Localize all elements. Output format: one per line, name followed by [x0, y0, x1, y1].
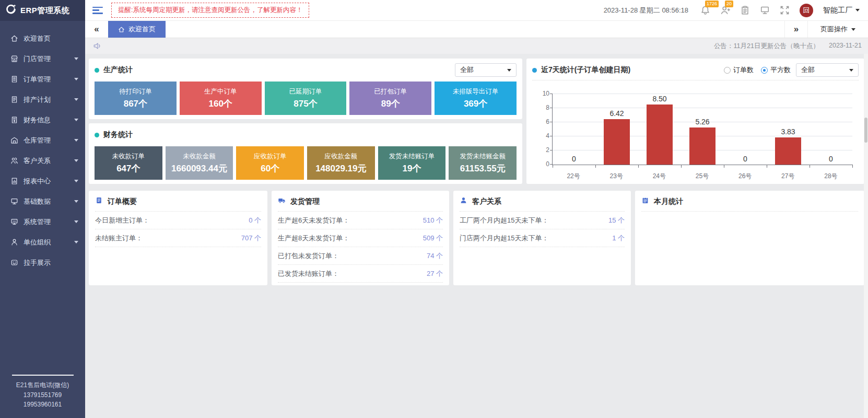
- tab-welcome-home[interactable]: 欢迎首页: [108, 21, 166, 38]
- stat-card-label: 应收款订单: [254, 152, 287, 161]
- production-card-4[interactable]: 未排版导出订单369个: [435, 82, 517, 115]
- sidebar-item-label: 排产计划: [24, 95, 51, 104]
- home-icon: [118, 26, 125, 33]
- sidebar-item-8[interactable]: 基础数据: [0, 191, 85, 212]
- section-dot: [95, 68, 99, 73]
- speaker-icon: [93, 42, 101, 50]
- datetime-display: 2023-11-28 星期二 08:56:18: [604, 6, 688, 15]
- tabs-scroll-right-icon[interactable]: »: [784, 21, 807, 38]
- finance-stats-title: 财务统计: [103, 130, 133, 140]
- sidebar-item-10[interactable]: 单位组织: [0, 232, 85, 252]
- bar-value-label: 0: [810, 155, 852, 163]
- announcement-link[interactable]: 公告：11月21日更新公告（晚十点） 2023-11-21: [714, 42, 862, 51]
- finance-card-1[interactable]: 未收款金额1660093.44元: [166, 146, 233, 180]
- chart-filter-value: 全部: [801, 65, 815, 75]
- panel-title: 发货管理: [290, 197, 320, 206]
- display-icon[interactable]: [760, 5, 770, 15]
- announcement-bar: 公告：11月21日更新公告（晚十点） 2023-11-21: [85, 38, 868, 54]
- sidebar-item-4[interactable]: 财务信息: [0, 110, 85, 130]
- collapse-menu-icon[interactable]: [92, 7, 103, 14]
- radio-order-count[interactable]: 订单数: [724, 65, 754, 75]
- radio-square-count[interactable]: 平方数: [761, 65, 791, 75]
- row-count-link[interactable]: 509 个: [423, 234, 443, 243]
- row-count-link[interactable]: 0 个: [249, 216, 261, 225]
- logo-row: ERP管理系统: [0, 0, 85, 21]
- footer-divider: [12, 375, 74, 376]
- fullscreen-icon[interactable]: [780, 5, 790, 15]
- production-card-2[interactable]: 已延期订单875个: [265, 82, 347, 115]
- row-label: 已发货未结账订单：: [278, 269, 339, 278]
- production-filter-select[interactable]: 全部: [455, 63, 517, 77]
- chevron-down-icon: [849, 69, 853, 72]
- panel-row: 生产超8天未发货订单：509 个: [278, 229, 443, 247]
- panel-title: 客户关系: [472, 197, 501, 206]
- calendar-icon: [641, 196, 649, 206]
- bar-value-label: 0: [724, 155, 767, 163]
- customer-icon: [10, 157, 18, 165]
- sidebar-item-11[interactable]: 拉手展示: [0, 252, 85, 273]
- tab-label: 欢迎首页: [128, 25, 156, 34]
- row-count-link[interactable]: 707 个: [241, 234, 261, 243]
- stat-card-value: 148029.19元: [315, 162, 366, 175]
- sidebar-item-1[interactable]: 门店管理: [0, 49, 85, 69]
- main-area: 提醒:系统每周定期更新，请注意查阅更新公告，了解更新内容！ 2023-11-28…: [85, 0, 868, 418]
- row-count-link[interactable]: 510 个: [423, 216, 443, 225]
- stat-card-value: 89个: [381, 98, 400, 110]
- bar: [689, 127, 716, 165]
- finance-card-5[interactable]: 发货未结账金额61153.55元: [449, 146, 517, 180]
- user-message-icon[interactable]: 20: [720, 5, 730, 15]
- user-message-badge: 20: [725, 1, 733, 7]
- plan-icon: [10, 96, 18, 103]
- panel-rows: 工厂两个月内超15天未下单：15 个门店两个月内超15天未下单：1 个: [453, 212, 631, 247]
- production-filter-value: 全部: [460, 65, 474, 75]
- stat-card-value: 867个: [124, 98, 147, 110]
- sidebar-item-3[interactable]: 排产计划: [0, 89, 85, 110]
- production-card-1[interactable]: 生产中订单160个: [180, 82, 262, 115]
- row-label: 生产超8天未发货订单：: [278, 234, 349, 243]
- panel-header: 发货管理: [272, 191, 449, 211]
- sidebar-item-5[interactable]: 仓库管理: [0, 130, 85, 150]
- bell-icon[interactable]: 1726: [700, 5, 710, 15]
- finance-card-0[interactable]: 未收款订单647个: [95, 146, 162, 180]
- production-stats-panel: 生产统计 全部 待打印订单867个生产中订单160个已延期订单875个已打包订单…: [89, 59, 522, 119]
- sidebar-item-7[interactable]: 报表中心: [0, 171, 85, 191]
- bar-value-label: 8.50: [638, 95, 681, 103]
- announcement-date: 2023-11-21: [829, 42, 862, 51]
- user-menu[interactable]: 智能工厂: [823, 6, 860, 15]
- row-count-link[interactable]: 27 个: [427, 269, 443, 278]
- chevron-down-icon: [851, 28, 855, 31]
- support-phone-1: 13791551769: [0, 390, 85, 400]
- page-actions-dropdown[interactable]: 页面操作: [807, 21, 868, 38]
- clipboard-icon[interactable]: [740, 5, 750, 15]
- sidebar-item-label: 仓库管理: [24, 136, 51, 145]
- stat-card-label: 生产中订单: [204, 87, 237, 96]
- finance-card-2[interactable]: 应收款订单60个: [236, 146, 304, 180]
- stat-card-value: 60个: [261, 162, 279, 175]
- row-count-link[interactable]: 74 个: [427, 251, 443, 261]
- panel-rows: 今日新增主订单：0 个未结账主订单：707 个: [89, 212, 267, 247]
- finance-card-3[interactable]: 应收款金额148029.19元: [307, 146, 375, 180]
- row-count-link[interactable]: 15 个: [608, 216, 625, 225]
- sidebar-item-9[interactable]: 系统管理: [0, 212, 85, 232]
- finance-card-4[interactable]: 发货未结账订单19个: [378, 146, 446, 180]
- page-actions-label: 页面操作: [820, 25, 848, 34]
- bar-column-24号: 8.50: [638, 94, 681, 165]
- scrollbar-thumb[interactable]: [864, 118, 867, 143]
- sidebar-item-0[interactable]: 欢迎首页: [0, 28, 85, 49]
- scrollbar-track[interactable]: [864, 54, 868, 418]
- chart-filter-select[interactable]: 全部: [796, 63, 859, 77]
- app-title: ERP管理系统: [20, 6, 69, 16]
- avatar[interactable]: 回: [800, 4, 813, 17]
- order-icon: [10, 75, 18, 83]
- production-card-3[interactable]: 已打包订单89个: [349, 82, 431, 115]
- tabs-scroll-left-icon[interactable]: «: [85, 21, 108, 38]
- y-axis-label: 2: [534, 146, 549, 154]
- sidebar-item-6[interactable]: 客户关系: [0, 150, 85, 171]
- sidebar-item-2[interactable]: 订单管理: [0, 69, 85, 89]
- row-count-link[interactable]: 1 个: [612, 234, 625, 243]
- y-axis-label: 0: [534, 160, 549, 168]
- production-card-0[interactable]: 待打印订单867个: [95, 82, 177, 115]
- store-icon: [10, 55, 18, 63]
- bar-value-label: 3.83: [767, 127, 810, 136]
- stat-card-label: 未收款订单: [112, 152, 145, 161]
